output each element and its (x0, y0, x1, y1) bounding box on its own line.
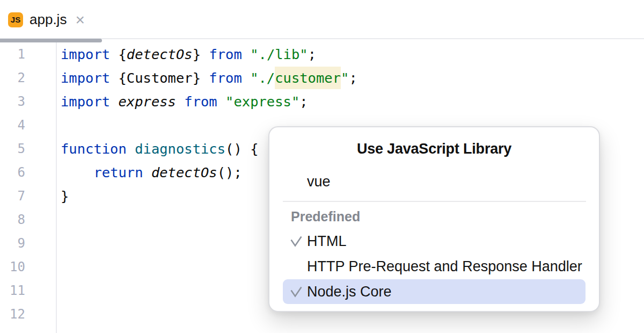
checkmark-icon (290, 260, 303, 272)
library-item-node-js-core[interactable]: Node.js Core (283, 279, 586, 304)
code-token: from (209, 46, 241, 62)
ide-window: JS app.js × 123456789101112 import {dete… (0, 0, 644, 333)
divider (283, 201, 586, 202)
line-number: 7 (0, 184, 56, 208)
code-token: { (110, 46, 127, 62)
code-token: ; (349, 70, 357, 86)
code-token: import (61, 46, 110, 62)
tab-app-js[interactable]: JS app.js × (0, 0, 94, 39)
code-token: ; (308, 46, 316, 62)
library-search-input[interactable] (307, 173, 559, 190)
code-token: "express" (225, 93, 299, 110)
close-icon[interactable]: × (75, 12, 85, 28)
code-token (127, 141, 135, 157)
line-number: 8 (0, 208, 56, 231)
code-token (110, 93, 118, 110)
code-token: {Customer} (110, 70, 209, 86)
library-item-label: HTTP Pre-Request and Response Handler (307, 258, 582, 275)
code-line[interactable]: import {detectOs} from "./lib"; (61, 42, 644, 66)
code-line[interactable]: import express from "express"; (61, 90, 644, 113)
highlighted-usage: customer (275, 67, 341, 89)
code-token (143, 164, 151, 180)
code-token: from (184, 93, 217, 110)
code-token (61, 164, 93, 180)
code-token: (); (217, 164, 242, 180)
library-item-label: HTML (307, 233, 347, 250)
use-javascript-library-popup: Use JavaScript Library Predefined HTMLHT… (268, 126, 600, 312)
line-number: 9 (0, 231, 56, 255)
library-item-label: Node.js Core (307, 284, 392, 300)
code-token: from (209, 70, 241, 86)
code-token: detectOs (151, 164, 217, 180)
line-number: 10 (0, 255, 56, 279)
library-list: HTMLHTTP Pre-Request and Response Handle… (283, 229, 586, 305)
code-token: ; (299, 93, 308, 110)
code-token: return (93, 164, 143, 180)
library-item-html[interactable]: HTML (283, 229, 586, 254)
code-token: "./lib" (250, 46, 308, 62)
tab-label: app.js (30, 11, 67, 28)
popup-title: Use JavaScript Library (269, 141, 599, 157)
code-line[interactable]: import {Customer} from "./customer"; (61, 66, 644, 90)
line-number: 2 (0, 66, 56, 90)
code-token: import (61, 93, 110, 110)
checkmark-icon (290, 235, 303, 247)
js-file-icon: JS (8, 12, 23, 27)
code-token: function (61, 141, 127, 157)
editor-tab-bar: JS app.js × (0, 0, 644, 39)
code-token: diagnostics (135, 141, 225, 157)
library-item-http-pre-request-and-response-handler[interactable]: HTTP Pre-Request and Response Handler (283, 254, 586, 279)
checkmark-icon (290, 286, 303, 298)
line-number: 1 (0, 42, 56, 66)
code-token: } (193, 46, 209, 62)
code-token: " (341, 70, 349, 86)
line-number: 4 (0, 113, 56, 137)
line-number: 5 (0, 137, 56, 161)
line-number: 12 (0, 302, 56, 326)
code-token: detectOs (127, 46, 193, 62)
section-header-predefined: Predefined (291, 209, 360, 225)
code-token: express (118, 93, 175, 110)
line-number: 3 (0, 90, 56, 113)
line-number-gutter: 123456789101112 (0, 40, 57, 333)
code-token: () { (225, 141, 258, 157)
code-token: "./ (250, 70, 275, 86)
code-token (242, 46, 250, 62)
code-token (217, 93, 225, 110)
code-token: import (61, 70, 110, 86)
code-token: } (61, 188, 69, 204)
code-token (176, 93, 184, 110)
line-number: 11 (0, 279, 56, 302)
line-number: 6 (0, 161, 56, 184)
active-tab-underline (0, 39, 102, 42)
code-token (242, 70, 250, 86)
